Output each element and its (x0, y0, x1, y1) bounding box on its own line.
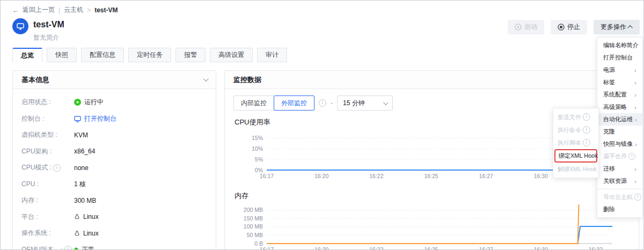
submenu-item-解绑XML Hook[interactable]: 解绑XML Hook (553, 163, 598, 175)
menu-item-高级策略[interactable]: 高级策略› (597, 101, 642, 113)
play-circle-icon (515, 24, 522, 31)
info-row: 内存 :300 MB (21, 196, 207, 205)
svg-text:16:20: 16:20 (314, 246, 328, 250)
info-label: 启用状态 : (21, 98, 74, 107)
svg-text:0%: 0% (255, 167, 263, 173)
monitor-header: 监控数据 (225, 71, 639, 89)
stop-button[interactable]: 停止 (551, 20, 587, 34)
menu-item-扁平合并[interactable]: 扁平合并i (597, 150, 642, 163)
start-button[interactable]: 启动 (508, 20, 544, 34)
submenu-item-发送文件[interactable]: 发送文件i (553, 111, 598, 123)
basic-info-rows: 启用状态 :运行中控制台 :打开控制台虚拟机类型 :KVMCPU架构 :x86_… (13, 89, 216, 250)
svg-text:10%: 10% (252, 145, 263, 152)
svg-text:16:30: 16:30 (534, 246, 548, 250)
svg-text:0 B: 0 B (254, 240, 263, 247)
chevron-right-icon: › (634, 92, 636, 98)
chevron-right-icon: › (635, 116, 637, 123)
menu-item-关联资源[interactable]: 关联资源› (597, 175, 642, 187)
menu-item-电源[interactable]: 电源› (597, 64, 642, 76)
breadcrumb: ← 返回上一页 | 云主机 > test-VM (12, 5, 118, 14)
breadcrumb-separator: | (58, 6, 60, 14)
chevron-right-icon: › (634, 178, 636, 185)
tab-报警[interactable]: 报警 (175, 48, 206, 62)
tab-快照[interactable]: 快照 (47, 48, 77, 62)
running-status-icon (74, 99, 81, 106)
submenu-item-执行脚本[interactable]: 执行脚本i (553, 136, 598, 149)
basic-info-card: 基本信息 启用状态 :运行中控制台 :打开控制台虚拟机类型 :KVMCPU架构 … (12, 70, 216, 250)
chevron-right-icon: › (634, 67, 636, 73)
info-value: 300 MB (74, 197, 96, 204)
info-icon: i (583, 126, 590, 134)
tab-高级设置[interactable]: 高级设置 (210, 48, 253, 62)
info-icon: i (583, 113, 590, 121)
svg-text:16:17: 16:17 (260, 246, 274, 250)
memory-chart-title: 内存 (235, 191, 630, 201)
svg-text:16:20: 16:20 (314, 173, 328, 179)
memory-chart-block: 内存 0 B50 MB100 MB150 MB200 MB16:1716:201… (225, 191, 639, 250)
menu-item-迁移[interactable]: 迁移› (597, 163, 642, 175)
menu-item-删除[interactable]: 删除 (597, 203, 642, 216)
menu-item-打开控制台[interactable]: 打开控制台 (597, 52, 642, 64)
info-row: 控制台 :打开控制台 (21, 114, 207, 123)
green-dot-icon (74, 247, 78, 250)
monitor-title: 监控数据 (233, 75, 261, 85)
info-value[interactable]: 打开控制台 (74, 114, 116, 123)
breadcrumb-section[interactable]: 云主机 (64, 5, 83, 14)
interval-select[interactable]: 15 分钟 (337, 95, 393, 111)
more-actions-button[interactable]: 更多操作 (594, 20, 640, 34)
page-frame: ← 返回上一页 | 云主机 > test-VM test-VM 暂无简介 启动 … (0, 0, 644, 250)
info-icon: i (628, 153, 635, 160)
info-value: Linux (74, 213, 99, 220)
submenu-item-绑定XML Hook[interactable]: 绑定XML Hook (554, 149, 597, 163)
tab-配置信息[interactable]: 配置信息 (81, 48, 124, 62)
submenu-item-执行命令[interactable]: 执行命令i (553, 123, 598, 136)
more-actions-menu: 编辑名称简介打开控制台电源›标签›系统配置›高级策略›自动化运维›克隆快照与镜像… (597, 37, 643, 218)
svg-text:100 MB: 100 MB (244, 223, 263, 230)
breadcrumb-back[interactable]: 返回上一页 (23, 5, 55, 14)
start-button-label: 启动 (524, 23, 537, 32)
info-icon: i (64, 246, 72, 250)
menu-item-编辑名称简介[interactable]: 编辑名称简介 (597, 39, 642, 52)
info-value: 运行中 (74, 98, 104, 107)
menu-item-系统配置[interactable]: 系统配置› (597, 89, 642, 101)
external-monitor-button[interactable]: 外部监控 (274, 95, 314, 111)
linux-icon (74, 214, 80, 220)
svg-text:50 MB: 50 MB (247, 232, 263, 238)
svg-text:150 MB: 150 MB (244, 215, 263, 222)
memory-chart: 0 B50 MB100 MB150 MB200 MB16:1716:2016:2… (233, 202, 631, 250)
svg-text:5%: 5% (255, 156, 263, 163)
info-label: 内存 : (21, 196, 74, 205)
info-row: CPU :1 核 (21, 180, 207, 189)
svg-text:16:27: 16:27 (479, 173, 493, 179)
tab-定时任务[interactable]: 定时任务 (128, 48, 171, 62)
info-row: QEMU版本... :i正常 (21, 245, 207, 250)
info-value: 1 核 (74, 180, 86, 189)
chevron-right-icon: › (634, 79, 636, 86)
svg-text:15%: 15% (252, 135, 263, 141)
menu-item-导出云主机[interactable]: 导出云主机i (597, 191, 642, 203)
info-icon: i (583, 139, 590, 146)
tab-总览[interactable]: 总览 (12, 48, 42, 62)
svg-text:16:22: 16:22 (369, 246, 383, 250)
menu-item-自动化运维[interactable]: 自动化运维› (597, 113, 642, 126)
info-label: QEMU版本... :i (21, 245, 74, 250)
info-row: CPU模式 :inone (21, 163, 207, 172)
menu-item-克隆[interactable]: 克隆 (597, 126, 642, 138)
info-icon[interactable]: i (319, 99, 326, 107)
internal-monitor-button[interactable]: 内部监控 (233, 95, 274, 111)
menu-item-快照与镜像[interactable]: 快照与镜像› (597, 138, 642, 150)
chevron-right-icon: › (634, 166, 636, 172)
back-arrow-icon[interactable]: ← (12, 6, 19, 14)
monitor-source-segmented: 内部监控 外部监控 (233, 95, 314, 111)
menu-item-标签[interactable]: 标签› (597, 76, 642, 89)
stop-button-label: 停止 (567, 23, 580, 32)
svg-text:16:32: 16:32 (589, 246, 603, 250)
dash-separator: - (331, 99, 333, 107)
tab-审计[interactable]: 审计 (257, 48, 287, 62)
basic-info-header[interactable]: 基本信息 (13, 71, 216, 89)
info-value: x86_64 (74, 148, 95, 155)
info-icon: i (634, 194, 641, 201)
page-subtitle: 暂无简介 (33, 33, 59, 42)
tabs: 总览快照配置信息定时任务报警高级设置审计 (12, 48, 287, 62)
info-row: 操作系统 :Linux (21, 229, 207, 238)
